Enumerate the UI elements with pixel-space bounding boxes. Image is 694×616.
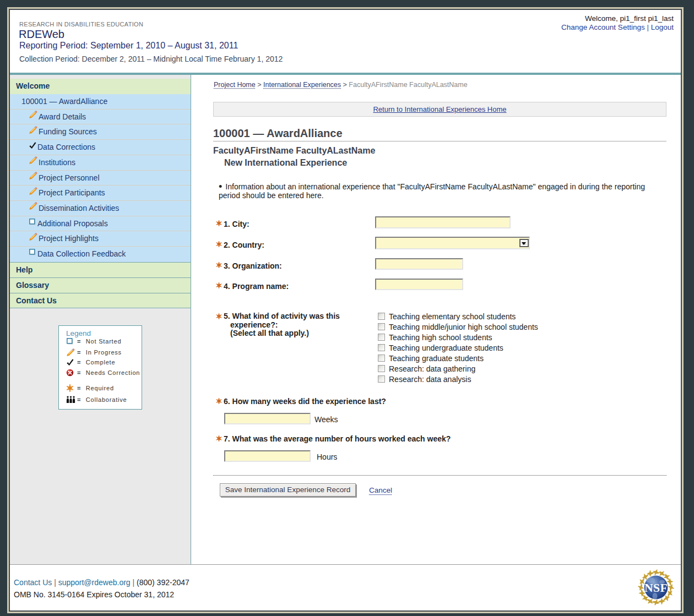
svg-text:NSF: NSF xyxy=(644,581,668,595)
